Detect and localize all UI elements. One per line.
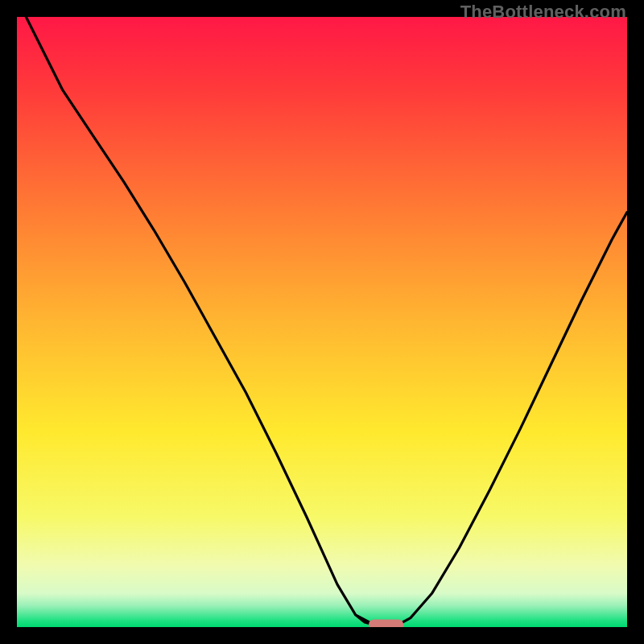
chart-frame: TheBottleneck.com (0, 0, 644, 644)
bottleneck-chart (17, 17, 627, 627)
watermark-text: TheBottleneck.com (460, 2, 626, 23)
plot-background (17, 17, 627, 627)
